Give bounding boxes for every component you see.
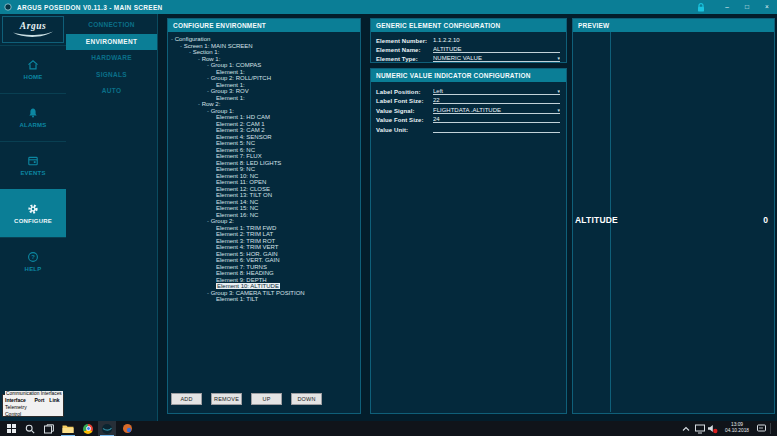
chevron-down-icon — [557, 87, 560, 94]
panel-header: NUMERIC VALUE INDICATOR CONFIGURATION — [371, 69, 566, 82]
preview-panel: PREVIEW ALTITUDE 0 — [572, 18, 775, 414]
generic-element-configuration-panel: GENERIC ELEMENT CONFIGURATION Element Nu… — [370, 18, 567, 63]
add-button[interactable]: ADD — [171, 393, 202, 405]
notification-icon — [757, 424, 766, 433]
chevron-down-icon — [557, 106, 560, 113]
taskbar-file-explorer[interactable] — [59, 421, 77, 436]
panel-header: CONFIGURE ENVIRONMENT — [168, 19, 360, 32]
taskbar-search-button[interactable] — [21, 421, 39, 436]
maximize-button[interactable]: □ — [737, 0, 757, 14]
close-button[interactable]: × — [757, 0, 777, 14]
up-button[interactable]: UP — [251, 393, 282, 405]
field-element-type: Element Type: NUMERIC VALUE — [371, 53, 566, 62]
comm-row-telemetry: Telemetry — [5, 404, 62, 410]
task-view-button[interactable] — [40, 421, 58, 436]
lock-icon[interactable] — [697, 3, 705, 12]
element-type-select[interactable]: NUMERIC VALUE — [433, 54, 560, 62]
field-element-name: Element Name: ALTITUDE — [371, 44, 566, 53]
field-label-font-size: Label Font Size: 22 — [371, 95, 566, 105]
help-icon: ? — [27, 251, 39, 263]
argus-poseidon-window: ARGUS POSEIDON V0.11.3 - MAIN SCREEN – □… — [0, 0, 777, 436]
tray-display[interactable] — [695, 421, 705, 436]
sidebar: Argus HOME ALARMS EVENTS CONFIGUR — [0, 14, 66, 421]
element-name-input[interactable]: ALTITUDE — [433, 45, 560, 53]
calendar-icon — [27, 155, 39, 167]
field-value-signal: Value Signal: FLIGHTDATA .ALTITUDE — [371, 104, 566, 114]
configure-environment-panel: CONFIGURE ENVIRONMENT ConfigurationScree… — [167, 18, 361, 414]
action-center-button[interactable] — [757, 421, 766, 436]
subnav-item-connection[interactable]: CONNECTION — [66, 17, 157, 34]
field-label-position: Label Position: Left — [371, 85, 566, 95]
label-position-select[interactable]: Left — [433, 87, 560, 95]
taskbar: 13:09 04.10.2018 — [0, 421, 777, 436]
preview-element-value: 0 — [763, 215, 768, 225]
value-font-size-input[interactable]: 24 — [433, 115, 560, 123]
value-unit-input[interactable] — [433, 125, 560, 133]
comm-header-row: Interface Port Link — [5, 397, 62, 403]
logo-text: Argus — [20, 22, 46, 31]
subnav: CONNECTION ENVIRONMENT HARDWARE SIGNALS … — [66, 14, 158, 421]
logo-swoosh — [12, 31, 54, 38]
field-value-unit: Value Unit: — [371, 123, 566, 133]
communication-interfaces-box[interactable]: Communication Interfaces Interface Port … — [2, 394, 64, 417]
chrome-icon — [83, 424, 93, 434]
titlebar: ARGUS POSEIDON V0.11.3 - MAIN SCREEN – □… — [0, 0, 777, 14]
minimize-button[interactable]: – — [717, 0, 737, 14]
start-button[interactable] — [2, 421, 20, 436]
down-button[interactable]: DOWN — [291, 393, 322, 405]
home-icon — [27, 59, 39, 71]
comm-box-title: Communication Interfaces — [5, 391, 63, 396]
panel-header: GENERIC ELEMENT CONFIGURATION — [371, 19, 566, 32]
task-view-icon — [44, 424, 54, 434]
show-desktop-button[interactable] — [770, 423, 771, 434]
configuration-tree: ConfigurationScreen 1: MAIN SCREENSectio… — [168, 32, 360, 303]
subnav-item-signals[interactable]: SIGNALS — [66, 67, 157, 84]
tray-hidden-icons-chevron[interactable] — [682, 421, 690, 436]
argus-app-icon — [101, 423, 113, 435]
comm-row-control: Control — [5, 411, 62, 417]
sidebar-item-home[interactable]: HOME — [0, 45, 66, 93]
field-element-number: Element Number: 1.1.2.2.10 — [371, 35, 566, 44]
bell-icon — [27, 107, 39, 119]
taskbar-chrome[interactable] — [79, 421, 97, 436]
paint-app-icon — [122, 423, 133, 434]
sidebar-item-alarms[interactable]: ALARMS — [0, 93, 66, 141]
windows-logo-icon — [7, 424, 16, 433]
app-logo: Argus — [2, 16, 64, 43]
app-window-icon — [4, 3, 12, 11]
display-icon — [695, 424, 705, 434]
gear-icon — [27, 203, 39, 215]
sidebar-item-events[interactable]: EVENTS — [0, 141, 66, 189]
chevron-up-icon — [682, 425, 690, 433]
window-title: ARGUS POSEIDON V0.11.3 - MAIN SCREEN — [17, 4, 163, 11]
sidebar-item-help[interactable]: ? HELP — [0, 237, 66, 285]
sidebar-item-configure[interactable]: CONFIGURE — [0, 189, 66, 237]
numeric-value-indicator-configuration-panel: NUMERIC VALUE INDICATOR CONFIGURATION La… — [370, 68, 567, 414]
taskbar-clock[interactable]: 13:09 04.10.2018 — [718, 422, 756, 434]
field-value-font-size: Value Font Size: 24 — [371, 114, 566, 124]
clock-date: 04.10.2018 — [718, 428, 756, 434]
tree-item[interactable]: Element 1: TILT — [168, 296, 360, 303]
tray-volume-muted[interactable] — [707, 421, 718, 436]
volume-muted-icon — [707, 424, 718, 434]
chevron-down-icon — [557, 54, 560, 61]
subnav-item-auto[interactable]: AUTO — [66, 83, 157, 100]
folder-icon — [62, 424, 74, 434]
taskbar-argus-app[interactable] — [98, 421, 116, 436]
subnav-item-environment[interactable]: ENVIRONMENT — [66, 34, 157, 51]
preview-element-label: ALTITUDE — [575, 215, 618, 225]
value-signal-select[interactable]: FLIGHTDATA .ALTITUDE — [433, 106, 560, 114]
taskbar-paint-app[interactable] — [118, 421, 136, 436]
label-font-size-input[interactable]: 22 — [433, 96, 560, 104]
remove-button[interactable]: REMOVE — [211, 393, 242, 405]
panel-header: PREVIEW — [573, 19, 774, 32]
search-icon — [25, 424, 35, 434]
svg-text:?: ? — [31, 254, 35, 260]
element-number-value: 1.1.2.2.10 — [433, 36, 460, 44]
tree-buttons: ADD REMOVE UP DOWN — [171, 393, 322, 405]
subnav-item-hardware[interactable]: HARDWARE — [66, 50, 157, 67]
